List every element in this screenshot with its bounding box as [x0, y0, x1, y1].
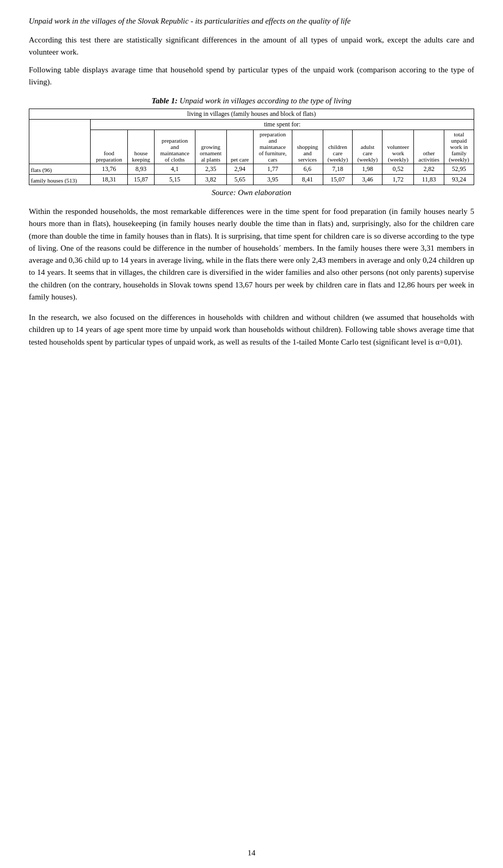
col-header-shopping: shoppingandservices	[292, 130, 323, 164]
row-label-flats: flats (96)	[29, 164, 91, 175]
cell-flats-volunteer: 0,52	[382, 164, 414, 175]
col-header-house: housekeeping	[127, 130, 155, 164]
cell-flats-total: 52,95	[444, 164, 474, 175]
paragraph-4: In the research, we also focused on the …	[29, 312, 474, 348]
cell-houses-food: 18,31	[91, 175, 127, 185]
col-header-other: otheractivities	[414, 130, 444, 164]
cell-flats-children: 7,18	[323, 164, 353, 175]
table-subheader-1: living in villages (family houses and bl…	[29, 109, 474, 120]
col-header-volunteer: volunteerwork(weekly)	[382, 130, 414, 164]
paragraph-3: Within the responded households, the mos…	[29, 206, 474, 303]
cell-flats-adulst: 1,98	[353, 164, 382, 175]
table-header-row-2: time spent for:	[29, 120, 474, 130]
cell-flats-plants: 2,35	[195, 164, 226, 175]
data-table: living in villages (family houses and bl…	[29, 109, 474, 185]
table-header-row-3: foodpreparation housekeeping preparation…	[29, 130, 474, 164]
cell-houses-plants: 3,82	[195, 175, 226, 185]
source-label: Source: Own elaboration	[212, 188, 291, 197]
col-header-total: totalunpaidwork infamily(weekly)	[444, 130, 474, 164]
cell-houses-pet: 5,65	[226, 175, 253, 185]
page-title: Unpaid work in the villages of the Slova…	[29, 16, 474, 27]
table-row-houses: family houses (513) 18,31 15,87 5,15 3,8…	[29, 175, 474, 185]
cell-houses-house: 15,87	[127, 175, 155, 185]
cell-flats-furniture: 1,77	[253, 164, 292, 175]
cell-flats-pet: 2,94	[226, 164, 253, 175]
cell-houses-shopping: 8,41	[292, 175, 323, 185]
cell-houses-other: 11,83	[414, 175, 444, 185]
cell-houses-cloths: 5,15	[155, 175, 195, 185]
cell-flats-house: 8,93	[127, 164, 155, 175]
cell-houses-volunteer: 1,72	[382, 175, 414, 185]
table-row-flats: flats (96) 13,76 8,93 4,1 2,35 2,94 1,77…	[29, 164, 474, 175]
col-header-plants: growingornamental plants	[195, 130, 226, 164]
cell-houses-children: 15,07	[323, 175, 353, 185]
col-header-children: childrencare(weekly)	[323, 130, 353, 164]
cell-flats-other: 2,82	[414, 164, 444, 175]
data-table-wrapper: living in villages (family houses and bl…	[29, 109, 474, 185]
table-caption: Table 1: Unpaid work in villages accordi…	[29, 97, 474, 105]
col-header-furniture: preparationandmaintanaceof furniture,car…	[253, 130, 292, 164]
table-subheader-2: time spent for:	[91, 120, 474, 130]
cell-houses-furniture: 3,95	[253, 175, 292, 185]
cell-houses-adulst: 3,46	[353, 175, 382, 185]
cell-flats-food: 13,76	[91, 164, 127, 175]
paragraph-2: Following table displays avarage time th…	[29, 64, 474, 89]
cell-houses-total: 93,24	[444, 175, 474, 185]
row-label-houses: family houses (513)	[29, 175, 91, 185]
col-header-food: foodpreparation	[91, 130, 127, 164]
source-line: Source: Own elaboration	[29, 188, 474, 197]
page-number: 14	[0, 849, 503, 858]
paragraph-1: According this test there are statistica…	[29, 34, 474, 59]
cell-flats-cloths: 4,1	[155, 164, 195, 175]
col-header-adulst: adulstcare(weekly)	[353, 130, 382, 164]
cell-flats-shopping: 6,6	[292, 164, 323, 175]
col-header-cloths: preparationandmaintananceof cloths	[155, 130, 195, 164]
col-header-petcare: pet care	[226, 130, 253, 164]
table-header-row-1: living in villages (family houses and bl…	[29, 109, 474, 120]
